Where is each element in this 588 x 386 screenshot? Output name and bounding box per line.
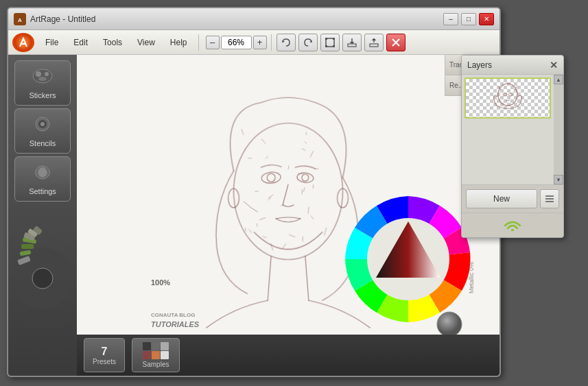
layers-scrollbar: ▲ ▼ — [554, 75, 563, 184]
stickers-panel-button[interactable]: Stickers — [14, 60, 71, 106]
svg-rect-10 — [370, 44, 378, 47]
svg-point-38 — [511, 229, 514, 231]
svg-point-31 — [437, 312, 462, 337]
toolbar-separator-2 — [271, 34, 272, 51]
menu-help[interactable]: Help — [163, 35, 194, 50]
svg-point-34 — [508, 93, 513, 96]
svg-point-2 — [14, 34, 32, 51]
menu-tools[interactable]: Tools — [96, 35, 129, 50]
redo-button[interactable] — [298, 34, 318, 51]
artrage-icon: A — [14, 13, 26, 25]
settings-icon — [32, 162, 54, 186]
zoom-percentage: 100% — [151, 278, 170, 287]
sample-color-cell[interactable] — [161, 342, 169, 350]
tool-palette-area — [14, 210, 71, 319]
canvas-area[interactable]: 100% CGNAUTA BLOG TUTORIALES Trac... Re.… — [77, 55, 499, 376]
restore-button[interactable]: □ — [461, 13, 476, 25]
samples-label: Samples — [143, 361, 169, 368]
svg-rect-6 — [325, 45, 327, 47]
layers-list — [462, 75, 554, 123]
svg-point-20 — [40, 122, 45, 126]
stencils-icon — [32, 114, 54, 138]
sample-color-cell[interactable] — [143, 342, 151, 350]
svg-point-17 — [38, 77, 47, 81]
samples-button[interactable]: Samples — [132, 338, 180, 372]
stencils-panel-button[interactable]: Stencils — [14, 108, 71, 154]
menu-edit[interactable]: Edit — [67, 35, 95, 50]
scroll-up-arrow[interactable]: ▲ — [554, 75, 563, 84]
sample-color-cell[interactable] — [152, 351, 160, 359]
svg-text:A: A — [18, 17, 22, 23]
toolbar-separator-1 — [198, 34, 199, 51]
export-button[interactable] — [364, 34, 384, 51]
svg-point-15 — [36, 71, 41, 77]
layer-item[interactable] — [464, 77, 551, 119]
presets-label: Presets — [93, 358, 116, 365]
presets-button[interactable]: 7 Presets — [84, 338, 125, 372]
zoom-value: 66% — [221, 36, 252, 49]
watermark-line2: TUTORIALES — [151, 319, 199, 329]
sync-icon — [502, 216, 523, 234]
watermark: CGNAUTA BLOG TUTORIALES — [151, 312, 199, 329]
zoom-control: – 66% + — [206, 36, 267, 49]
artrage-logo — [12, 33, 34, 52]
scroll-down-arrow[interactable]: ▼ — [554, 175, 563, 184]
layer-menu-button[interactable] — [540, 189, 559, 208]
presets-number: 7 — [102, 346, 108, 358]
new-layer-button[interactable]: New — [466, 189, 537, 208]
close-canvas-button[interactable] — [386, 34, 405, 51]
menu-file[interactable]: File — [38, 35, 65, 50]
layers-footer — [462, 213, 563, 237]
stickers-icon — [32, 67, 54, 90]
svg-point-16 — [45, 72, 49, 76]
left-panel: Stickers Stencils Settings — [8, 55, 77, 376]
svg-point-33 — [503, 93, 507, 96]
undo-button[interactable] — [277, 34, 296, 51]
settings-panel-button[interactable]: Settings — [14, 156, 71, 202]
stencils-label: Stencils — [30, 139, 56, 147]
layers-title-bar: Layers ✕ — [462, 56, 563, 75]
layers-close-button[interactable]: ✕ — [550, 60, 558, 70]
metallic-label: Metallic 0% — [468, 262, 475, 293]
close-button[interactable]: ✕ — [479, 13, 494, 25]
layer-thumbnail — [466, 79, 550, 117]
bottom-bar: 7 Presets Samples — [77, 335, 499, 376]
sample-color-cell[interactable] — [152, 342, 160, 350]
window-controls: – □ ✕ — [443, 13, 494, 25]
layers-scroll-area: ▲ ▼ — [462, 75, 563, 184]
layers-bottom-bar: New — [462, 184, 563, 213]
title-bar: A ArtRage - Untitled – □ ✕ — [8, 8, 499, 30]
menu-view[interactable]: View — [130, 35, 162, 50]
layers-panel: Layers ✕ — [461, 55, 564, 238]
layers-title: Layers — [467, 60, 492, 70]
sample-color-cell[interactable] — [143, 351, 151, 359]
svg-rect-4 — [325, 38, 327, 40]
svg-rect-5 — [333, 38, 335, 40]
svg-point-29 — [32, 268, 53, 289]
settings-label: Settings — [29, 187, 56, 195]
window-title: ArtRage - Untitled — [30, 14, 443, 24]
watermark-line1: CGNAUTA BLOG — [151, 312, 199, 319]
zoom-out-button[interactable]: – — [206, 36, 220, 49]
zoom-in-button[interactable]: + — [253, 36, 267, 49]
svg-rect-7 — [333, 45, 335, 47]
transform-button[interactable] — [320, 34, 340, 51]
samples-grid — [143, 342, 169, 359]
svg-point-32 — [498, 84, 517, 106]
svg-rect-24 — [21, 244, 34, 249]
menu-bar: File Edit Tools View Help – 66% + — [8, 30, 499, 55]
import-button[interactable] — [342, 34, 362, 51]
sample-color-cell[interactable] — [161, 351, 169, 359]
main-window: A ArtRage - Untitled – □ ✕ — [7, 7, 501, 377]
minimize-button[interactable]: – — [443, 13, 458, 25]
stickers-label: Stickers — [29, 91, 56, 99]
